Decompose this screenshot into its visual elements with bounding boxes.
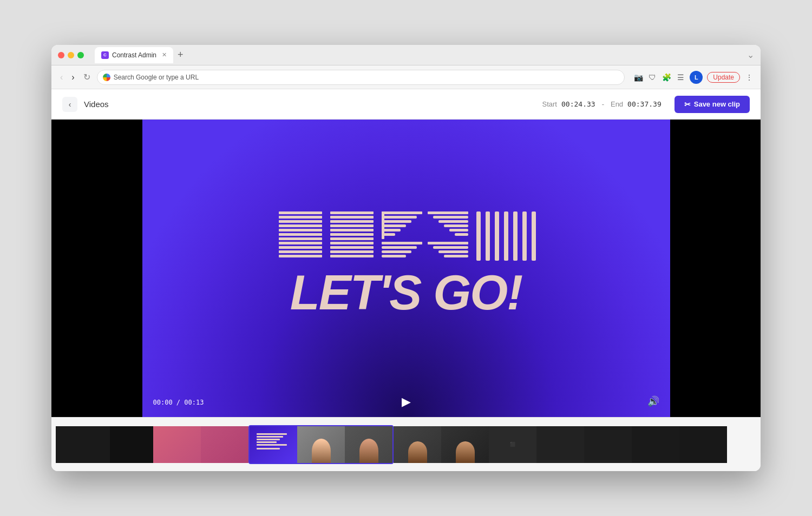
new-tab-button[interactable]: + bbox=[175, 49, 186, 61]
title-bar: C Contrast Admin ✕ + ⌄ bbox=[51, 45, 761, 65]
bookmark-icon[interactable]: ☰ bbox=[676, 72, 685, 82]
video-player[interactable]: LET'S GO! 00:00 / 00:13 ▶ 🔊 bbox=[51, 120, 761, 417]
film-frame bbox=[632, 426, 679, 463]
film-frame-letsgo bbox=[250, 426, 297, 463]
selected-clip-section bbox=[248, 425, 394, 464]
film-frame bbox=[441, 426, 489, 463]
tab-bar: C Contrast Admin ✕ + bbox=[95, 47, 743, 63]
film-frame bbox=[394, 426, 441, 463]
svg-rect-40 bbox=[433, 246, 468, 249]
svg-rect-5 bbox=[279, 233, 322, 236]
svg-rect-39 bbox=[428, 242, 468, 244]
video-title-text: LET'S GO! bbox=[290, 268, 522, 317]
app-header: ‹ Videos Start 00:24.33 - End 00:37.39 ✂… bbox=[51, 89, 761, 120]
svg-rect-12 bbox=[330, 216, 374, 219]
video-sidebar-left bbox=[51, 120, 142, 417]
browser-toolbar: 📷 🛡 🧩 ☰ L Update ⋮ bbox=[633, 71, 754, 84]
tab-favicon: C bbox=[101, 51, 109, 59]
svg-rect-7 bbox=[279, 242, 322, 244]
svg-rect-11 bbox=[330, 211, 374, 214]
video-content: LET'S GO! 00:00 / 00:13 ▶ 🔊 bbox=[142, 120, 670, 417]
film-frame bbox=[679, 426, 727, 463]
svg-rect-48 bbox=[522, 211, 527, 261]
update-button[interactable]: Update bbox=[707, 72, 740, 83]
start-time[interactable]: 00:24.33 bbox=[561, 100, 595, 108]
svg-rect-18 bbox=[330, 242, 374, 244]
svg-rect-47 bbox=[513, 211, 518, 261]
back-to-videos-button[interactable]: ‹ bbox=[62, 97, 77, 112]
title-bar-menu[interactable]: ⌄ bbox=[747, 50, 754, 60]
filmstrip: ⬛ bbox=[56, 426, 756, 463]
clip-controls: Start 00:24.33 - End 00:37.39 bbox=[542, 100, 662, 108]
time-separator: - bbox=[602, 100, 604, 108]
svg-rect-3 bbox=[279, 224, 322, 227]
breadcrumb: Videos bbox=[84, 100, 109, 109]
svg-rect-32 bbox=[382, 255, 406, 257]
traffic-lights bbox=[58, 52, 84, 58]
volume-button[interactable]: 🔊 bbox=[647, 395, 659, 407]
svg-rect-6 bbox=[279, 237, 322, 240]
svg-rect-36 bbox=[444, 224, 468, 227]
browser-window: C Contrast Admin ✕ + ⌄ ‹ › ↻ Search Goog… bbox=[51, 45, 761, 471]
active-tab[interactable]: C Contrast Admin ✕ bbox=[95, 47, 173, 63]
end-time[interactable]: 00:37.39 bbox=[627, 100, 662, 108]
forward-button[interactable]: › bbox=[69, 71, 76, 83]
svg-rect-35 bbox=[438, 220, 468, 223]
svg-rect-24 bbox=[382, 220, 411, 223]
refresh-button[interactable]: ↻ bbox=[81, 71, 93, 83]
save-new-clip-button[interactable]: ✂ Save new clip bbox=[675, 96, 750, 113]
svg-rect-2 bbox=[279, 220, 322, 223]
film-frame bbox=[153, 426, 201, 463]
film-frame bbox=[536, 426, 584, 463]
svg-rect-21 bbox=[330, 255, 374, 257]
film-frame-person2 bbox=[345, 426, 392, 463]
maximize-window-button[interactable] bbox=[77, 52, 84, 58]
svg-rect-37 bbox=[449, 229, 468, 231]
svg-rect-22 bbox=[382, 211, 422, 214]
password-manager-icon[interactable]: 🛡 bbox=[647, 72, 657, 82]
end-label: End bbox=[611, 100, 623, 108]
svg-rect-10 bbox=[279, 255, 322, 257]
timeline: ⬛ bbox=[51, 417, 761, 471]
camera-icon[interactable]: 📷 bbox=[633, 72, 643, 82]
save-clip-label: Save new clip bbox=[694, 100, 740, 108]
extensions-icon[interactable]: 🧩 bbox=[662, 72, 671, 82]
play-button[interactable]: ▶ bbox=[402, 395, 411, 409]
svg-rect-0 bbox=[279, 211, 322, 214]
video-graphic: LET'S GO! bbox=[273, 209, 539, 317]
film-frame: ⬛ bbox=[489, 426, 536, 463]
minimize-window-button[interactable] bbox=[68, 52, 74, 58]
svg-rect-14 bbox=[330, 224, 374, 227]
svg-rect-41 bbox=[438, 250, 468, 253]
svg-rect-33 bbox=[428, 211, 468, 214]
svg-rect-42 bbox=[444, 255, 468, 257]
svg-rect-23 bbox=[382, 216, 417, 219]
video-time-display: 00:00 / 00:13 bbox=[153, 399, 204, 406]
film-frame bbox=[56, 426, 110, 463]
svg-rect-31 bbox=[382, 250, 411, 253]
back-arrow-icon: ‹ bbox=[69, 100, 71, 109]
svg-rect-19 bbox=[330, 246, 374, 249]
svg-rect-26 bbox=[382, 229, 401, 231]
tab-title: Contrast Admin bbox=[112, 51, 156, 59]
chrome-menu-icon[interactable]: ⋮ bbox=[744, 72, 754, 82]
svg-rect-28 bbox=[382, 211, 384, 239]
back-button[interactable]: ‹ bbox=[58, 71, 65, 83]
svg-rect-30 bbox=[382, 246, 417, 249]
tab-close-button[interactable]: ✕ bbox=[162, 51, 167, 58]
video-sidebar-right bbox=[670, 120, 761, 417]
svg-rect-46 bbox=[504, 211, 508, 261]
google-logo-icon bbox=[103, 74, 110, 81]
svg-rect-20 bbox=[330, 250, 374, 253]
svg-rect-1 bbox=[279, 216, 322, 219]
scissors-icon: ✂ bbox=[684, 100, 691, 109]
address-input[interactable]: Search Google or type a URL bbox=[97, 70, 625, 85]
play-icon: ▶ bbox=[402, 395, 411, 408]
svg-rect-25 bbox=[382, 224, 406, 227]
svg-rect-16 bbox=[330, 233, 374, 236]
svg-rect-4 bbox=[279, 229, 322, 231]
svg-rect-38 bbox=[455, 233, 468, 236]
film-frame bbox=[110, 426, 153, 463]
close-window-button[interactable] bbox=[58, 52, 64, 58]
user-avatar[interactable]: L bbox=[690, 71, 703, 84]
